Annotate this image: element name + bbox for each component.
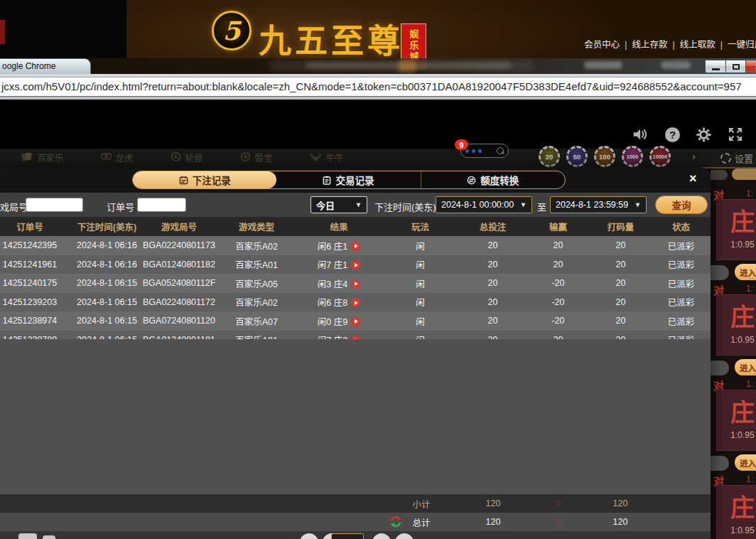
header-link[interactable]: 一键归户 (728, 40, 756, 50)
modal-tab[interactable]: 交易记录 (276, 171, 420, 188)
cell: 2024-8-1 06:16 (72, 255, 141, 274)
game-card[interactable]: 对1:庄1:0.95进入游 (711, 282, 756, 376)
game-card[interactable]: 对1:庄1:0.95进入游 (711, 187, 756, 281)
header-link[interactable]: 会员中心 (584, 40, 620, 50)
address-bar[interactable]: jcxs.com/h5V01/pc/index.html?return=abou… (0, 77, 756, 97)
banker-odds: 1:0.95 (730, 335, 754, 345)
lobby-nav-item[interactable]: 牛牛 (310, 151, 344, 164)
replay-icon[interactable] (351, 279, 360, 289)
date-from-value: 2024-8-1 00:00:00 (441, 200, 514, 210)
modal-tabstrip: 下注记录交易记录额度转换 × (0, 167, 711, 193)
lobby-nav-item[interactable]: 龙虎 (101, 151, 134, 164)
date-from-select[interactable]: 2024-8-1 00:00:00 ▼ (436, 196, 532, 213)
bet-chip[interactable]: 100 (594, 146, 615, 167)
refresh-icon[interactable] (389, 516, 402, 530)
lobby-nav-item[interactable]: 百家乐 (21, 151, 64, 164)
fullscreen-icon[interactable] (728, 127, 743, 142)
banker-bet-area[interactable]: 庄1:0.95 (716, 199, 756, 260)
header-link[interactable]: 线上存款 (632, 40, 667, 50)
dot (472, 149, 475, 153)
modal-tab[interactable]: 下注记录 (133, 171, 276, 188)
date-to-select[interactable]: 2024-8-1 23:59:59 ▼ (550, 196, 647, 213)
banker-label: 庄 (730, 400, 755, 425)
bet-chip[interactable]: 1000 (622, 146, 643, 167)
banker-bet-area[interactable]: 庄1:0.95 (716, 294, 756, 356)
cell: 14251239203 (0, 293, 72, 312)
page-number-box[interactable] (331, 533, 364, 539)
volume-icon[interactable] (632, 127, 649, 142)
chip-value: 10000 (653, 154, 668, 160)
close-window-button[interactable]: × (746, 60, 756, 73)
nav-item-label: 骰宝 (255, 151, 273, 164)
odds-fragment: 1: (746, 379, 753, 389)
transfer-icon (467, 176, 476, 185)
bet-chip[interactable]: 20 (539, 146, 560, 167)
to-label: 至 (537, 200, 546, 213)
game-card[interactable]: 对1:庄1:0.95进入游 (711, 473, 756, 539)
tab-label: 额度转换 (480, 173, 519, 187)
settings-button[interactable]: 设置 (720, 151, 753, 165)
result-text: 闲6 庄1 (318, 242, 347, 252)
winloss-cell: -20 (526, 274, 590, 293)
banker-bet-area[interactable]: 庄1:0.95 (716, 485, 756, 539)
pagination-button[interactable] (372, 533, 391, 539)
chevron-down-icon: ▼ (520, 201, 526, 208)
close-modal-button[interactable]: × (689, 172, 697, 185)
table-row: 142512423952024-8-1 06:16BGA02240801173百… (0, 236, 711, 255)
records-table: 订单号下注时间(美东)游戏局号游戏类型结果玩法总投注输赢打码量状态 142512… (0, 217, 711, 349)
game-categories: 百家乐龙虎轮盘骰宝牛牛 (21, 151, 344, 164)
winloss-cell: 20 (526, 255, 590, 274)
minimize-button[interactable] (705, 60, 725, 73)
bet-chip[interactable]: 50 (566, 146, 588, 167)
pagination-button[interactable] (395, 533, 414, 539)
browser-tab-title[interactable]: oogle Chrome (0, 58, 91, 74)
replay-icon[interactable] (351, 317, 360, 326)
tab-label: 交易记录 (335, 173, 374, 187)
column-header: 总投注 (459, 217, 526, 236)
odds-fragment: 1: (746, 188, 753, 198)
pagination-button[interactable] (300, 533, 318, 539)
cell: 闲6 庄8 (296, 293, 382, 312)
cell: 20 (459, 255, 526, 274)
cell: 闲3 庄4 (296, 274, 382, 293)
bet-record-icon (179, 176, 188, 185)
chips-more-arrow[interactable]: › (692, 150, 696, 162)
settings-label: 设置 (735, 151, 753, 165)
lobby-nav-bar: 百家乐龙虎轮盘骰宝牛牛 9 2050100100010000 › 设置 (0, 149, 756, 169)
secondary-button-fragment[interactable] (711, 265, 729, 280)
sicbo-icon (240, 151, 251, 164)
enter-game-button[interactable]: 进入游 (735, 454, 756, 471)
nav-item-label: 百家乐 (37, 151, 64, 164)
cell: 20 (459, 274, 526, 293)
column-header: 输赢 (526, 217, 590, 236)
replay-icon[interactable] (351, 298, 360, 307)
cell: 20 (590, 236, 652, 255)
header-link[interactable]: 线上取款 (680, 40, 716, 50)
partial-button-fragment (711, 170, 728, 180)
lobby-nav-item[interactable]: 轮盘 (171, 151, 203, 164)
game-card[interactable]: 对1:庄1:0.95进入游 (711, 378, 756, 471)
banker-bet-area[interactable]: 庄1:0.95 (716, 390, 756, 451)
replay-icon[interactable] (351, 242, 360, 251)
bet-chip[interactable]: 10000 (649, 146, 671, 167)
game-round-input[interactable] (26, 198, 83, 212)
side-widget-fragment (0, 20, 5, 44)
bet-time-label: 下注时间(美东) (374, 200, 436, 213)
help-icon[interactable]: ? (665, 127, 680, 142)
table-row: 142512419612024-8-1 06:16BGA01240801182百… (0, 255, 711, 274)
gear-icon[interactable] (696, 127, 712, 143)
cell: 闲6 庄1 (296, 236, 382, 255)
replay-icon[interactable] (351, 260, 360, 270)
maximize-button[interactable] (725, 60, 746, 73)
secondary-button-fragment[interactable] (711, 361, 729, 375)
enter-game-button[interactable]: 进入游 (735, 359, 756, 375)
enter-game-button[interactable]: 进入游 (735, 264, 756, 280)
cell: 百家乐A05 (217, 274, 296, 293)
order-number-input[interactable] (137, 198, 186, 212)
secondary-button-fragment[interactable] (711, 456, 729, 471)
search-button[interactable]: 查询 (655, 196, 708, 214)
lobby-nav-item[interactable]: 骰宝 (240, 151, 273, 164)
modal-tab[interactable]: 额度转换 (421, 171, 565, 188)
column-header: 游戏类型 (217, 217, 296, 236)
date-range-select[interactable]: 今日 ▼ (310, 196, 367, 213)
